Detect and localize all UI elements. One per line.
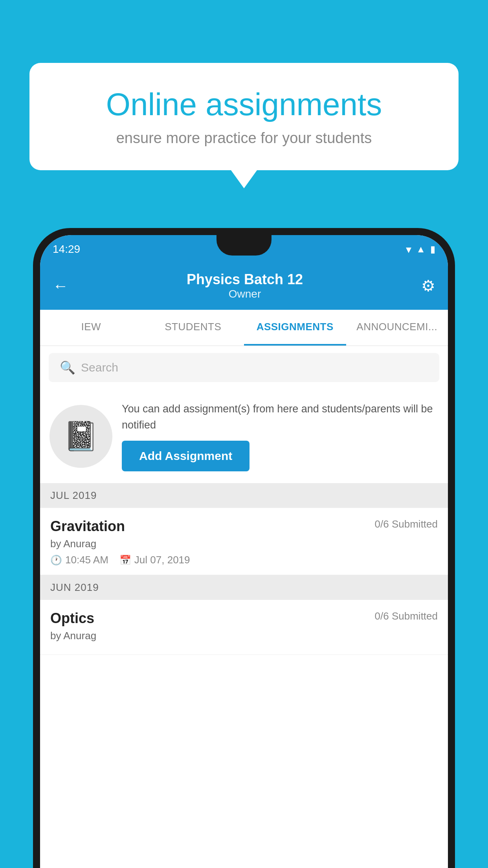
assignment-date-gravitation: 📅 Jul 07, 2019 <box>119 554 190 566</box>
search-placeholder: Search <box>81 361 118 374</box>
section-header-jun-text: JUN 2019 <box>50 581 99 593</box>
back-button[interactable]: ← <box>53 277 68 295</box>
notebook-icon: 📓 <box>63 419 99 453</box>
search-container: 🔍 Search <box>40 346 448 389</box>
tab-students[interactable]: STUDENTS <box>142 310 244 346</box>
add-assignment-right: You can add assignment(s) from here and … <box>122 401 438 471</box>
calendar-icon: 📅 <box>119 555 131 566</box>
tab-announcements[interactable]: ANNOUNCEMI... <box>346 310 448 346</box>
app-header: ← Physics Batch 12 Owner ⚙ <box>40 263 448 310</box>
signal-icon: ▲ <box>416 244 426 255</box>
notch <box>216 235 272 256</box>
assignment-time-value: 10:45 AM <box>65 554 108 566</box>
speech-bubble-container: Online assignments ensure more practice … <box>29 63 459 170</box>
assignment-title-optics: Optics <box>50 610 94 627</box>
header-title: Physics Batch 12 <box>187 271 303 288</box>
add-assignment-desc: You can add assignment(s) from here and … <box>122 401 438 433</box>
section-header-jul: JUL 2019 <box>40 483 448 508</box>
settings-icon[interactable]: ⚙ <box>421 277 435 295</box>
add-assignment-section: 📓 You can add assignment(s) from here an… <box>40 389 448 483</box>
wifi-icon: ▾ <box>406 243 411 256</box>
speech-bubble-subtitle: ensure more practice for your students <box>57 130 431 147</box>
status-icons: ▾ ▲ ▮ <box>406 243 435 256</box>
header-subtitle: Owner <box>187 288 303 300</box>
assignment-submitted-optics: 0/6 Submitted <box>375 610 438 622</box>
assignment-meta-gravitation: 🕐 10:45 AM 📅 Jul 07, 2019 <box>50 554 438 566</box>
phone-frame: 14:29 ▾ ▲ ▮ ← Physics Batch 12 Owner ⚙ I… <box>33 228 455 868</box>
assignment-row1-optics: Optics 0/6 Submitted <box>50 610 438 627</box>
speech-bubble-title: Online assignments <box>57 86 431 123</box>
assignment-row1: Gravitation 0/6 Submitted <box>50 518 438 535</box>
assignment-icon-circle: 📓 <box>50 405 112 468</box>
section-header-jul-text: JUL 2019 <box>50 489 97 501</box>
assignment-author-gravitation: by Anurag <box>50 538 438 550</box>
status-time: 14:29 <box>53 243 80 256</box>
assignment-item-gravitation[interactable]: Gravitation 0/6 Submitted by Anurag 🕐 10… <box>40 508 448 575</box>
search-bar[interactable]: 🔍 Search <box>49 353 439 382</box>
assignment-time-gravitation: 🕐 10:45 AM <box>50 554 108 566</box>
tabs-bar: IEW STUDENTS ASSIGNMENTS ANNOUNCEMI... <box>40 310 448 346</box>
assignment-author-optics: by Anurag <box>50 630 438 642</box>
tab-iew[interactable]: IEW <box>40 310 142 346</box>
add-assignment-button[interactable]: Add Assignment <box>122 441 250 471</box>
phone-inner: 14:29 ▾ ▲ ▮ ← Physics Batch 12 Owner ⚙ I… <box>40 235 448 868</box>
assignment-title-gravitation: Gravitation <box>50 518 125 535</box>
assignment-submitted-gravitation: 0/6 Submitted <box>375 518 438 530</box>
status-bar: 14:29 ▾ ▲ ▮ <box>40 235 448 263</box>
speech-bubble: Online assignments ensure more practice … <box>29 63 459 170</box>
search-icon: 🔍 <box>60 360 75 375</box>
tab-assignments[interactable]: ASSIGNMENTS <box>244 310 346 346</box>
header-title-block: Physics Batch 12 Owner <box>187 271 303 300</box>
section-header-jun: JUN 2019 <box>40 575 448 600</box>
battery-icon: ▮ <box>430 244 435 255</box>
assignment-date-value: Jul 07, 2019 <box>134 554 190 566</box>
clock-icon: 🕐 <box>50 555 62 566</box>
assignment-item-optics[interactable]: Optics 0/6 Submitted by Anurag <box>40 600 448 655</box>
